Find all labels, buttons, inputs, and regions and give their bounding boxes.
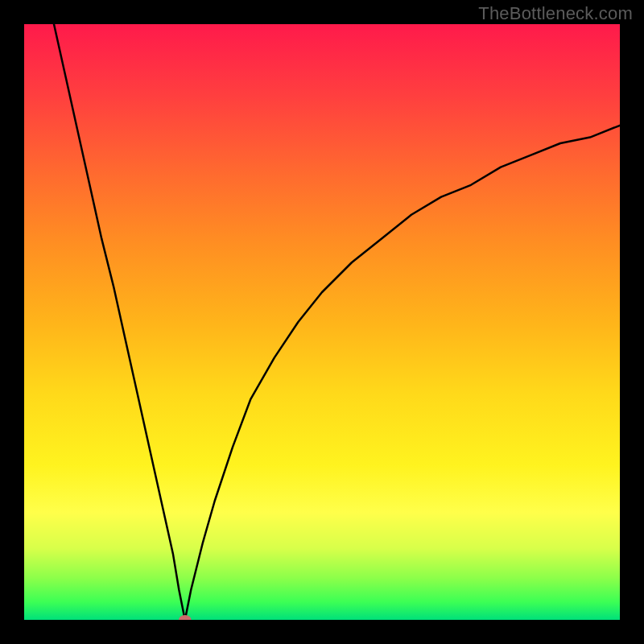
bottleneck-gradient-plot bbox=[24, 24, 620, 620]
curve-bottleneck-right bbox=[185, 126, 620, 620]
curve-bottleneck-left bbox=[54, 24, 185, 620]
bottleneck-curve bbox=[24, 24, 620, 620]
chart-frame: TheBottleneck.com bbox=[0, 0, 644, 644]
optimum-marker bbox=[179, 615, 192, 620]
watermark-text: TheBottleneck.com bbox=[478, 3, 633, 24]
